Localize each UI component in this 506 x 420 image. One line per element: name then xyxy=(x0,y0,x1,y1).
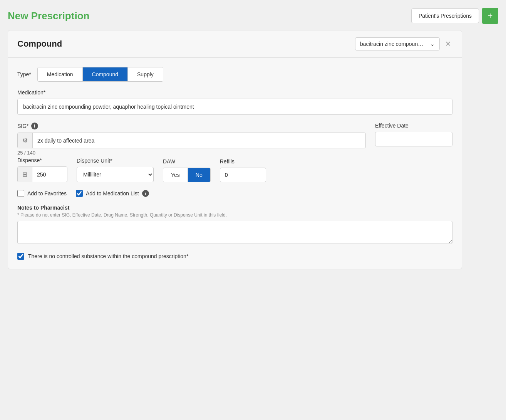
calculator-button[interactable]: ⊞ xyxy=(18,167,32,182)
compound-select[interactable]: bacitracin zinc compoun… ⌄ xyxy=(355,37,440,50)
sig-input-wrapper: ⚙ xyxy=(17,133,366,148)
effective-date-label: Effective Date xyxy=(375,123,452,129)
add-button[interactable]: + xyxy=(482,8,498,24)
add-to-favorites-item[interactable]: Add to Favorites xyxy=(17,190,67,197)
medication-label: Medication* xyxy=(17,89,452,96)
add-to-medication-list-item[interactable]: Add to Medication List i xyxy=(76,190,149,197)
refills-group: Refills xyxy=(220,158,266,182)
close-button[interactable]: ✕ xyxy=(444,38,452,50)
sig-gear-button[interactable]: ⚙ xyxy=(18,133,33,148)
type-medication-button[interactable]: Medication xyxy=(38,67,83,81)
controlled-substance-label: There is no controlled substance within … xyxy=(28,253,188,259)
medication-input[interactable] xyxy=(17,99,452,115)
chevron-down-icon: ⌄ xyxy=(430,41,435,47)
checkbox-row: Add to Favorites Add to Medication List … xyxy=(17,190,452,197)
sig-label-text: SIG* xyxy=(17,123,29,129)
sig-input[interactable] xyxy=(33,134,365,148)
page-title: New Prescription xyxy=(8,10,89,22)
dispense-row: Dispense* ⊞ Dispense Unit* Milliliter Ta… xyxy=(17,157,452,182)
add-to-favorites-label: Add to Favorites xyxy=(27,190,67,197)
card-title: Compound xyxy=(17,39,62,49)
daw-buttons: Yes No xyxy=(163,168,211,182)
header-actions: Patient's Prescriptions + xyxy=(411,8,498,24)
dispense-unit-label: Dispense Unit* xyxy=(77,158,154,164)
add-to-medication-list-checkbox[interactable] xyxy=(76,190,83,197)
sig-row: SIG* i ⚙ 25 / 140 Effective Date xyxy=(17,123,452,156)
refills-label: Refills xyxy=(220,158,266,165)
page-header: New Prescription Patient's Prescriptions… xyxy=(8,8,498,24)
dispense-unit-group: Dispense Unit* Milliliter Tablet Capsule… xyxy=(77,158,154,182)
daw-label: DAW xyxy=(163,158,211,165)
dispense-unit-select[interactable]: Milliliter Tablet Capsule Gram xyxy=(77,167,154,182)
sig-char-count: 25 / 140 xyxy=(17,150,366,156)
gear-icon: ⚙ xyxy=(22,137,28,144)
add-to-favorites-checkbox[interactable] xyxy=(17,190,24,197)
card-header-right: bacitracin zinc compoun… ⌄ ✕ xyxy=(355,37,452,50)
dispense-label: Dispense* xyxy=(17,157,67,163)
prescription-card: Compound bacitracin zinc compoun… ⌄ ✕ Ty… xyxy=(8,30,462,269)
sig-label-wrapper: SIG* i xyxy=(17,123,366,129)
medication-section: Medication* xyxy=(17,89,452,115)
notes-section: Notes to Pharmacist * Please do not ente… xyxy=(17,205,452,245)
controlled-substance-row: There is no controlled substance within … xyxy=(17,253,452,260)
notes-textarea[interactable] xyxy=(17,221,452,244)
card-header: Compound bacitracin zinc compoun… ⌄ ✕ xyxy=(8,30,462,58)
controlled-substance-checkbox[interactable] xyxy=(17,253,24,260)
dispense-group: Dispense* ⊞ xyxy=(17,157,67,182)
dispense-input-wrapper: ⊞ xyxy=(17,166,67,182)
sig-main: SIG* i ⚙ 25 / 140 xyxy=(17,123,366,156)
medication-list-info-icon: i xyxy=(142,190,149,197)
type-supply-button[interactable]: Supply xyxy=(128,67,163,81)
type-label: Type* xyxy=(17,71,31,77)
daw-yes-button[interactable]: Yes xyxy=(163,168,188,182)
daw-no-button[interactable]: No xyxy=(188,168,210,182)
add-to-medication-list-label: Add to Medication List xyxy=(86,190,139,197)
effective-date-input[interactable] xyxy=(375,132,452,146)
notes-hint: * Please do not enter SIG, Effective Dat… xyxy=(17,212,452,218)
card-body: Type* Medication Compound Supply Medicat… xyxy=(8,58,462,269)
sig-info-icon: i xyxy=(31,123,38,129)
notes-label: Notes to Pharmacist xyxy=(17,205,452,211)
type-buttons: Medication Compound Supply xyxy=(37,67,163,82)
daw-group: DAW Yes No xyxy=(163,158,211,182)
sig-effective: Effective Date xyxy=(375,123,452,146)
type-row: Type* Medication Compound Supply xyxy=(17,67,452,82)
compound-select-value: bacitracin zinc compoun… xyxy=(360,41,423,47)
calculator-icon: ⊞ xyxy=(22,171,27,178)
dispense-input[interactable] xyxy=(32,168,67,181)
refills-input[interactable] xyxy=(220,168,266,182)
type-compound-button[interactable]: Compound xyxy=(83,67,128,81)
patients-prescriptions-button[interactable]: Patient's Prescriptions xyxy=(411,8,479,23)
